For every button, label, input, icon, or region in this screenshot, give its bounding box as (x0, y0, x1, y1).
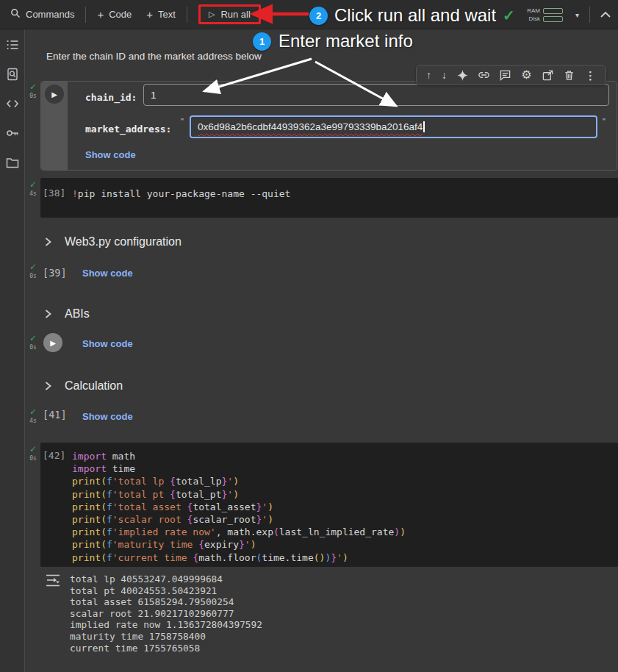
section-web3-configuration[interactable]: Web3.py configuration (44, 235, 182, 249)
toolbar-right-group: RAM Disk ▾ (526, 0, 611, 29)
section-title: Web3.py configuration (65, 235, 182, 249)
open-quote: " (181, 117, 184, 126)
annotation-step2-text: Click run all and wait (334, 5, 496, 26)
add-text-label: Text (158, 9, 176, 20)
execution-time: 4s (29, 190, 37, 197)
search-icon (10, 8, 21, 21)
pip-install-code: !pip install your-package-name --quiet (72, 187, 290, 200)
cell-status-marker: ✓ 4s (26, 407, 40, 424)
section-calculation[interactable]: Calculation (44, 379, 123, 393)
section-abis[interactable]: ABIs (44, 307, 90, 321)
success-check-icon: ✓ (29, 180, 37, 189)
annotation-step1: 1 Enter market info (253, 31, 413, 51)
success-check-icon: ✓ (29, 334, 37, 343)
market-address-value: 0x6d98a2b6cdbf44939362a3e99793339ba2016a… (198, 121, 423, 132)
text-cursor (423, 121, 425, 132)
annotation-step1-badge: 1 (253, 32, 271, 51)
annotation-check-icon: ✓ (503, 7, 515, 24)
output-actions-icon[interactable] (45, 574, 61, 589)
run-icon: ▷ (209, 10, 215, 19)
more-actions-icon[interactable]: ⋮ (585, 70, 596, 81)
resources-indicator[interactable]: RAM Disk (526, 7, 563, 22)
disk-label: Disk (526, 15, 540, 22)
show-code-link[interactable]: Show code (85, 149, 136, 160)
run-all-dropdown-caret[interactable]: ▾ (266, 10, 270, 18)
show-code-link[interactable]: Show code (82, 268, 133, 279)
commands-button[interactable]: Commands (10, 8, 74, 21)
collapse-toolbar-button[interactable] (600, 10, 611, 21)
add-text-button[interactable]: + Text (146, 8, 176, 21)
annotation-step2: 2 Click run all and wait ✓ (309, 5, 515, 26)
code-snippets-icon[interactable] (6, 97, 19, 110)
show-code-link[interactable]: Show code (82, 338, 133, 349)
settings-gear-icon[interactable]: ⚙ (521, 69, 531, 81)
play-icon: ▶ (50, 339, 56, 347)
execution-count: [39] (43, 267, 67, 279)
form-cell-gutter: ▶ (41, 82, 68, 170)
gemini-spark-icon[interactable] (457, 70, 468, 81)
mirror-cell-icon[interactable] (542, 70, 553, 81)
section-title: Calculation (65, 379, 123, 393)
left-sidebar (0, 29, 25, 672)
toolbar-separator (187, 7, 187, 23)
secrets-key-icon[interactable] (6, 126, 19, 140)
annotation-step1-text: Enter market info (279, 31, 413, 51)
annotation-step2-badge: 2 (309, 7, 328, 25)
ram-usage-bar (543, 8, 563, 14)
execution-time: 0s (29, 344, 37, 351)
chevron-right-icon (44, 237, 52, 247)
calculation-code-cell[interactable]: [42] import mathimport timeprint(f'total… (40, 443, 618, 567)
colab-notebook-window: Commands + Code + Text ▷ Run all ▾ RAM D… (0, 0, 618, 672)
cell-status-marker: ✓ 0s (26, 334, 40, 351)
success-check-icon: ✓ (29, 445, 37, 454)
success-check-icon: ✓ (29, 82, 37, 91)
success-check-icon: ✓ (29, 262, 37, 271)
execution-count: [38] (43, 187, 65, 199)
play-icon: ▶ (51, 90, 57, 99)
run-all-label: Run all (220, 9, 250, 20)
find-replace-icon[interactable] (6, 68, 19, 81)
market-address-label: market_address: (85, 124, 171, 135)
cell-status-marker: ✓ 0s (26, 82, 40, 99)
chevron-right-icon (44, 309, 52, 319)
execution-time: 0s (29, 93, 37, 99)
execution-count: [42] (43, 450, 65, 461)
success-check-icon: ✓ (29, 407, 37, 416)
close-quote: " (603, 117, 606, 126)
chevron-right-icon (44, 381, 52, 391)
copy-link-icon[interactable] (478, 70, 489, 81)
execution-count: [41] (43, 409, 67, 421)
files-folder-icon[interactable] (6, 156, 19, 169)
commands-label: Commands (26, 9, 74, 20)
comment-icon[interactable] (500, 70, 511, 81)
toolbar-separator (85, 7, 86, 23)
add-code-label: Code (109, 9, 132, 20)
run-cell-button[interactable]: ▶ (43, 333, 62, 352)
resources-dropdown-caret[interactable]: ▾ (575, 11, 579, 19)
cell-status-marker: ✓ 0s (26, 445, 40, 462)
delete-cell-icon[interactable] (564, 70, 575, 81)
form-instruction-text: Enter the chain ID and the market addres… (46, 51, 262, 62)
disk-usage-bar (543, 16, 563, 22)
cell-status-marker: ✓ 4s (26, 180, 40, 197)
move-cell-down-icon[interactable]: ↓ (442, 70, 447, 80)
toolbar-separator (589, 7, 590, 23)
execution-time: 0s (29, 455, 37, 462)
market-address-input[interactable]: 0x6d98a2b6cdbf44939362a3e99793339ba2016a… (190, 115, 597, 138)
table-of-contents-icon[interactable] (6, 38, 19, 51)
execution-time: 4s (29, 418, 37, 424)
run-cell-button[interactable]: ▶ (45, 85, 64, 104)
show-code-link[interactable]: Show code (82, 411, 133, 422)
section-title: ABIs (65, 307, 90, 321)
pip-install-cell[interactable]: [38] !pip install your-package-name --qu… (40, 178, 618, 218)
execution-time: 0s (29, 273, 37, 279)
move-cell-up-icon[interactable]: ↑ (426, 70, 431, 80)
ram-label: RAM (526, 7, 540, 14)
plus-icon: + (97, 8, 104, 21)
chain-id-input[interactable] (143, 84, 609, 106)
cell-output-text: total lp 40553247.049999684total pt 4002… (70, 573, 262, 654)
cell-status-marker: ✓ 0s (26, 262, 40, 279)
run-all-button[interactable]: ▷ Run all (198, 4, 261, 24)
market-info-form-cell: ▶ chain_id: market_address: " 0x6d98a2b6… (40, 81, 617, 171)
add-code-button[interactable]: + Code (97, 8, 132, 21)
